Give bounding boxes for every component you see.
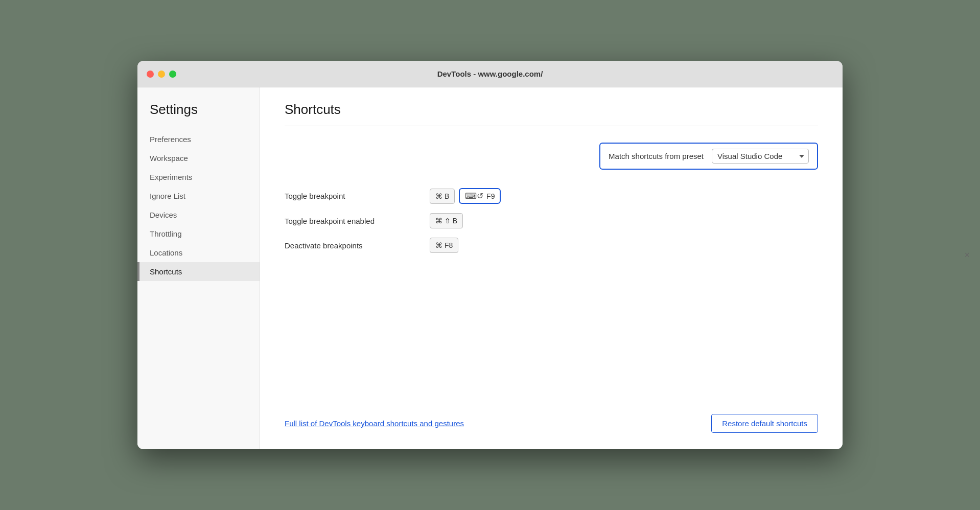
sidebar-item-label: Preferences (150, 135, 191, 144)
sidebar-item-label: Throttling (150, 229, 182, 238)
keyboard-shortcut-icon: ⌨↺ (465, 191, 483, 201)
shortcut-keys: ⌘ ⇧ B (430, 213, 463, 228)
key-badge-cmd-shift-b: ⌘ ⇧ B (430, 213, 463, 228)
close-button[interactable] (147, 71, 154, 78)
shortcut-name: Toggle breakpoint enabled (285, 217, 417, 225)
sidebar-item-workspace[interactable]: Workspace (137, 149, 260, 168)
sidebar-item-label: Experiments (150, 173, 192, 181)
devtools-window: DevTools - www.google.com/ Settings Pref… (137, 61, 843, 449)
sidebar-item-label: Shortcuts (150, 267, 182, 276)
sidebar-item-label: Devices (150, 211, 177, 219)
key-badge-f9: ⌨↺ F9 (459, 188, 501, 204)
sidebar-item-label: Workspace (150, 154, 188, 163)
sidebar-item-preferences[interactable]: Preferences (137, 130, 260, 149)
sidebar-item-throttling[interactable]: Throttling (137, 224, 260, 243)
preset-select[interactable]: Default Visual Studio Code (712, 149, 809, 164)
window-title: DevTools - www.google.com/ (437, 69, 543, 78)
preset-label: Match shortcuts from preset (609, 152, 704, 160)
shortcut-row-toggle-breakpoint-enabled: Toggle breakpoint enabled ⌘ ⇧ B (285, 213, 818, 228)
sidebar-item-devices[interactable]: Devices (137, 205, 260, 224)
content-area: Settings Preferences Workspace Experimen… (137, 87, 843, 449)
titlebar: DevTools - www.google.com/ (137, 61, 843, 87)
shortcut-row-deactivate-breakpoints: Deactivate breakpoints ⌘ F8 (285, 238, 818, 253)
maximize-button[interactable] (169, 71, 176, 78)
window-controls (147, 71, 176, 78)
sidebar-item-locations[interactable]: Locations (137, 243, 260, 262)
key-badge-cmd-f8: ⌘ F8 (430, 238, 458, 253)
sidebar-item-label: Locations (150, 248, 182, 257)
shortcut-keys: ⌘ F8 (430, 238, 458, 253)
divider (285, 126, 818, 126)
key-badge-cmd-b: ⌘ B (430, 189, 455, 204)
main-panel: × Shortcuts Match shortcuts from preset … (260, 87, 843, 449)
sidebar-heading: Settings (137, 102, 260, 130)
shortcut-row-toggle-breakpoint: Toggle breakpoint ⌘ B ⌨↺ F9 (285, 188, 818, 204)
footer-row: Full list of DevTools keyboard shortcuts… (285, 406, 818, 433)
preset-row: Match shortcuts from preset Default Visu… (285, 143, 818, 170)
sidebar-item-label: Ignore List (150, 192, 185, 200)
sidebar: Settings Preferences Workspace Experimen… (137, 87, 260, 449)
shortcut-name: Toggle breakpoint (285, 192, 417, 200)
full-list-link[interactable]: Full list of DevTools keyboard shortcuts… (285, 419, 464, 428)
page-title: Shortcuts (285, 102, 818, 118)
sidebar-item-experiments[interactable]: Experiments (137, 168, 260, 187)
shortcut-keys: ⌘ B ⌨↺ F9 (430, 188, 501, 204)
sidebar-item-shortcuts[interactable]: Shortcuts (137, 262, 260, 281)
minimize-button[interactable] (158, 71, 165, 78)
restore-defaults-button[interactable]: Restore default shortcuts (711, 414, 818, 433)
shortcuts-list: Toggle breakpoint ⌘ B ⌨↺ F9 Toggle break… (285, 188, 818, 389)
shortcut-name: Deactivate breakpoints (285, 241, 417, 250)
preset-box: Match shortcuts from preset Default Visu… (599, 143, 818, 170)
sidebar-item-ignore-list[interactable]: Ignore List (137, 187, 260, 205)
